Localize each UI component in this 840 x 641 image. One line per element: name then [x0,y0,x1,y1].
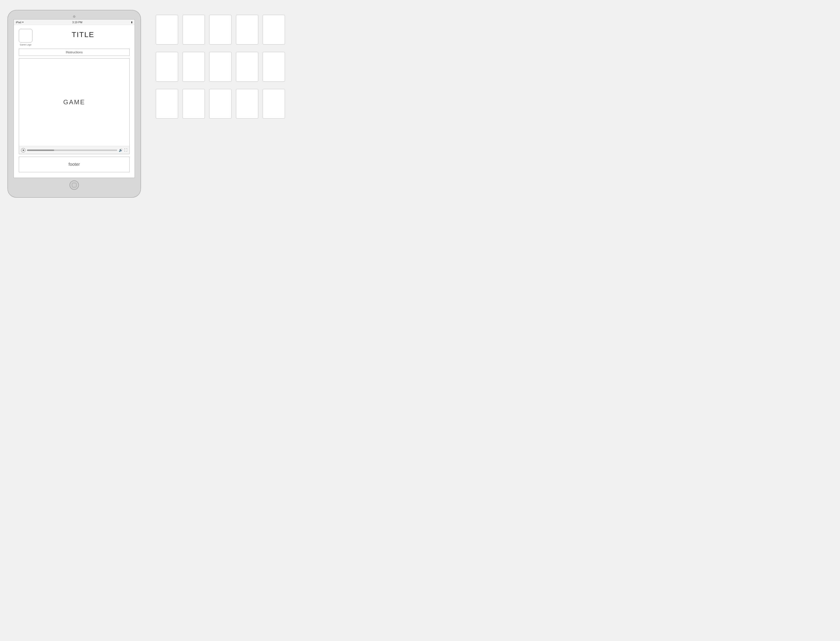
panels-container [156,10,285,119]
footer-section: footer [19,157,129,172]
game-logo-label: Game Logo [19,43,32,46]
app-title: TITLE [72,31,94,39]
battery-icon: ▮ [131,21,132,24]
play-button[interactable] [21,148,26,153]
footer-label: footer [68,162,80,167]
game-logo-container: Game Logo [19,29,32,46]
status-left: iPad ▾ [16,21,24,24]
panel-card [183,89,205,119]
panel-card [263,15,285,45]
panels-row-1 [156,15,285,45]
title-area: TITLE [36,29,129,39]
panel-card [156,89,178,119]
panel-card [183,52,205,82]
panels-row-2 [156,52,285,82]
home-button-inner [72,183,76,187]
panel-card [209,52,231,82]
play-icon [23,149,24,151]
panel-card [263,52,285,82]
panel-card [209,89,231,119]
screen-content: Game Logo TITLE INstructions GAME [14,25,134,178]
time-label: 3:19 PM [72,21,82,24]
instructions-label: INstructions [66,50,83,54]
game-area: GAME 🔊 ⛶ [19,58,129,154]
ipad-screen: iPad ▾ 3:19 PM ▮ Game Logo TITLE INstruc… [14,19,135,178]
game-label: GAME [63,98,85,106]
video-controls: 🔊 ⛶ [19,146,129,154]
volume-icon[interactable]: 🔊 [119,148,123,152]
panel-card [156,15,178,45]
panel-card [183,15,205,45]
progress-bar-track[interactable] [27,150,117,151]
home-button[interactable] [69,180,79,190]
carrier-label: iPad [16,21,21,24]
status-bar: iPad ▾ 3:19 PM ▮ [14,19,134,25]
game-viewport: GAME [19,58,129,146]
fullscreen-icon[interactable]: ⛶ [124,148,128,152]
ipad-camera [73,15,76,18]
game-logo-box [19,29,32,42]
ipad-frame: iPad ▾ 3:19 PM ▮ Game Logo TITLE INstruc… [7,10,141,198]
progress-bar-fill [27,150,54,151]
panels-row-3 [156,89,285,119]
panel-card [209,15,231,45]
instructions-bar: INstructions [19,49,129,56]
panel-card [236,52,258,82]
panel-card [236,15,258,45]
panel-card [263,89,285,119]
header-row: Game Logo TITLE [19,29,129,46]
wifi-icon: ▾ [22,21,24,24]
panel-card [156,52,178,82]
panel-card [236,89,258,119]
